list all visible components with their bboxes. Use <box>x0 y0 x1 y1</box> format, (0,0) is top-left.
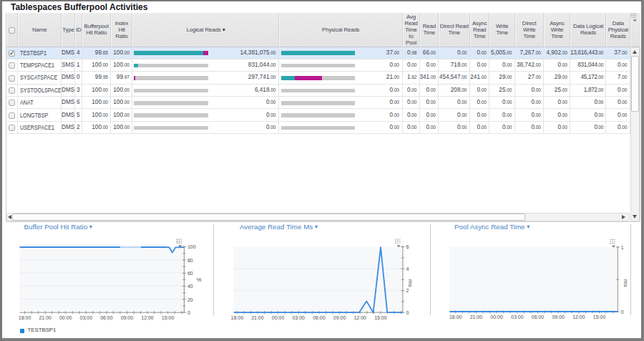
svg-text:6: 6 <box>406 244 409 249</box>
svg-text:%: % <box>197 277 202 283</box>
svg-text:0: 0 <box>406 310 409 315</box>
svg-text:09:00: 09:00 <box>552 314 565 320</box>
svg-text:0: 0 <box>187 310 190 315</box>
svg-text:15:00: 15:00 <box>374 315 387 320</box>
svg-text:03:00: 03:00 <box>292 315 305 320</box>
svg-text:100: 100 <box>187 244 196 249</box>
svg-text:06:00: 06:00 <box>313 315 326 320</box>
svg-text:18:00: 18:00 <box>231 315 244 320</box>
svg-text:1: 1 <box>621 245 624 250</box>
svg-text:09:00: 09:00 <box>121 315 134 320</box>
svg-text:03:00: 03:00 <box>80 315 93 320</box>
svg-text:06:00: 06:00 <box>532 314 545 320</box>
svg-text:06:00: 06:00 <box>100 315 113 320</box>
svg-text:2: 2 <box>406 288 409 293</box>
svg-text:00:00: 00:00 <box>490 314 503 320</box>
svg-text:80: 80 <box>187 258 193 263</box>
svg-text:4: 4 <box>406 266 409 272</box>
svg-text:20: 20 <box>187 297 193 302</box>
svg-text:40: 40 <box>187 284 193 289</box>
svg-text:ms: ms <box>407 279 414 287</box>
svg-text:09:00: 09:00 <box>333 315 346 320</box>
svg-text:00:00: 00:00 <box>59 315 72 320</box>
svg-text:60: 60 <box>187 271 193 276</box>
svg-text:00:00: 00:00 <box>272 315 285 320</box>
svg-text:12:00: 12:00 <box>572 314 585 320</box>
svg-text:15:00: 15:00 <box>162 315 175 320</box>
svg-text:21:00: 21:00 <box>39 315 52 320</box>
svg-text:18:00: 18:00 <box>19 315 31 320</box>
svg-text:15:00: 15:00 <box>593 314 606 320</box>
svg-text:12:00: 12:00 <box>141 315 154 320</box>
svg-text:03:00: 03:00 <box>511 314 524 320</box>
svg-text:ms: ms <box>623 279 629 287</box>
svg-text:21:00: 21:00 <box>251 315 264 320</box>
svg-text:12:00: 12:00 <box>353 315 366 320</box>
svg-text:21:00: 21:00 <box>470 314 483 320</box>
svg-text:18:00: 18:00 <box>449 314 462 320</box>
svg-text:0: 0 <box>621 309 624 314</box>
